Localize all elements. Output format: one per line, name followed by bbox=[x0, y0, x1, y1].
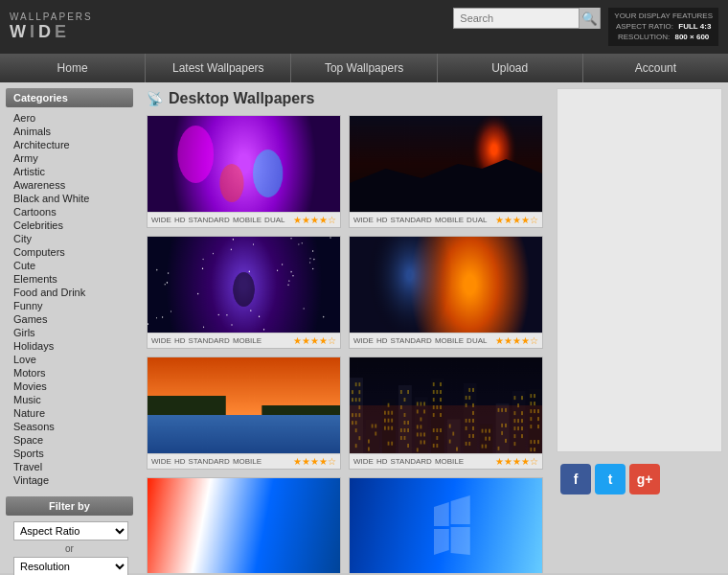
wallpaper-resolution-link[interactable]: HD bbox=[174, 216, 186, 224]
sidebar-link[interactable]: Army bbox=[6, 151, 133, 165]
search-button[interactable]: 🔍 bbox=[579, 8, 600, 29]
sidebar-link[interactable]: Seasons bbox=[6, 420, 133, 433]
filter-section: Filter by Aspect Ratio or Resolution bbox=[6, 496, 133, 575]
sidebar-link[interactable]: Love bbox=[6, 353, 133, 366]
wallpaper-resolution-link[interactable]: WIDE bbox=[151, 336, 171, 345]
facebook-icon[interactable]: f bbox=[560, 464, 591, 494]
wallpaper-stars: ★★★★☆ bbox=[293, 456, 336, 467]
content: 📡 Desktop Wallpapers WIDEHDSTANDARDMOBIL… bbox=[139, 82, 551, 573]
wallpaper-resolution-link[interactable]: MOBILE bbox=[435, 216, 464, 224]
header: WALLPAPERS WIDE 🔍 YOUR DISPLAY FEATURES … bbox=[0, 0, 728, 54]
aspect-ratio-select[interactable]: Aspect Ratio bbox=[13, 521, 128, 540]
wallpaper-resolution-link[interactable]: WIDE bbox=[151, 216, 171, 224]
wallpaper-resolution-link[interactable]: STANDARD bbox=[188, 457, 229, 466]
wallpaper-thumb[interactable] bbox=[148, 478, 340, 573]
resolution-label: RESOLUTION: bbox=[618, 33, 670, 41]
wallpaper-resolution-link[interactable]: MOBILE bbox=[233, 457, 262, 466]
main: Categories AeroAnimalsArchitectureArmyAr… bbox=[0, 82, 728, 573]
wallpaper-item: WIDEHDSTANDARDMOBILEDUAL★★★★☆ bbox=[349, 236, 543, 349]
wallpaper-thumb[interactable] bbox=[148, 116, 340, 212]
sidebar-link[interactable]: Aero bbox=[6, 111, 133, 125]
wallpaper-resolution-link[interactable]: HD bbox=[376, 216, 388, 224]
wallpaper-stars: ★★★★☆ bbox=[293, 215, 336, 225]
sidebar-link[interactable]: Games bbox=[6, 312, 133, 326]
sidebar-link[interactable]: Awareness bbox=[6, 178, 133, 192]
wallpaper-resolution-link[interactable]: STANDARD bbox=[390, 457, 431, 466]
googleplus-icon[interactable]: g+ bbox=[629, 464, 660, 494]
header-right: 🔍 YOUR DISPLAY FEATURES ASPECT RATIO: FU… bbox=[453, 8, 718, 46]
wallpaper-resolution-link[interactable]: DUAL bbox=[466, 336, 487, 345]
sidebar-link[interactable]: Sports bbox=[6, 447, 133, 460]
wallpaper-footer: WIDEHDSTANDARDMOBILEDUAL★★★★☆ bbox=[350, 212, 542, 227]
wallpaper-resolution-link[interactable]: WIDE bbox=[353, 336, 374, 345]
wallpaper-resolution-link[interactable]: DUAL bbox=[264, 216, 284, 224]
nav-home[interactable]: Home bbox=[0, 54, 146, 82]
sidebar-link[interactable]: Travel bbox=[6, 460, 133, 473]
wallpaper-footer: WIDEHDSTANDARDMOBILEDUAL★★★★☆ bbox=[350, 333, 542, 348]
sidebar-link[interactable]: Architecture bbox=[6, 138, 133, 151]
rss-icon: 📡 bbox=[147, 91, 163, 106]
sidebar-link[interactable]: City bbox=[6, 232, 133, 245]
sidebar-link[interactable]: Black and White bbox=[6, 192, 133, 205]
sidebar-link[interactable]: Girls bbox=[6, 326, 133, 339]
wallpaper-resolution-link[interactable]: WIDE bbox=[353, 216, 374, 224]
wallpaper-thumb[interactable] bbox=[350, 237, 542, 333]
sidebar-link[interactable]: Movies bbox=[6, 380, 133, 393]
nav-upload[interactable]: Upload bbox=[438, 54, 583, 82]
nav-latest[interactable]: Latest Wallpapers bbox=[146, 54, 291, 82]
sidebar-link[interactable]: Food and Drink bbox=[6, 286, 133, 299]
wallpaper-thumb[interactable] bbox=[350, 478, 542, 573]
wallpaper-links: WIDEHDSTANDARDMOBILE bbox=[151, 336, 262, 345]
display-label1: YOUR DISPLAY FEATURES bbox=[614, 11, 713, 21]
wallpaper-resolution-link[interactable]: STANDARD bbox=[390, 336, 431, 345]
sidebar-link[interactable]: Vintage bbox=[6, 473, 133, 487]
sidebar-link[interactable]: Cartoons bbox=[6, 205, 133, 218]
search-input[interactable] bbox=[454, 11, 579, 26]
wallpaper-resolution-link[interactable]: WIDE bbox=[353, 457, 374, 466]
wallpaper-resolution-link[interactable]: STANDARD bbox=[188, 336, 229, 345]
wallpaper-links: WIDEHDSTANDARDMOBILEDUAL bbox=[353, 216, 487, 224]
sidebar-link[interactable]: Elements bbox=[6, 272, 133, 286]
sidebar-link[interactable]: Artistic bbox=[6, 165, 133, 178]
sidebar-link[interactable]: Nature bbox=[6, 406, 133, 420]
sidebar-link[interactable]: Motors bbox=[6, 366, 133, 380]
wallpaper-resolution-link[interactable]: MOBILE bbox=[435, 457, 464, 466]
sidebar-link[interactable]: Music bbox=[6, 393, 133, 406]
aspect-ratio-row: ASPECT RATIO: FULL 4:3 bbox=[614, 21, 713, 32]
sidebar-categories-label: Categories bbox=[6, 88, 133, 107]
nav-top[interactable]: Top Wallpapers bbox=[291, 54, 437, 82]
wallpaper-resolution-link[interactable]: HD bbox=[376, 457, 388, 466]
sidebar-link[interactable]: Space bbox=[6, 433, 133, 447]
wallpaper-thumb[interactable] bbox=[148, 237, 340, 333]
aspect-value: FULL 4:3 bbox=[678, 22, 711, 31]
wallpaper-resolution-link[interactable]: WIDE bbox=[151, 457, 171, 466]
wallpaper-canvas bbox=[350, 478, 542, 573]
wallpaper-thumb[interactable] bbox=[350, 116, 542, 212]
wallpaper-thumb[interactable] bbox=[350, 357, 542, 453]
wallpaper-resolution-link[interactable]: MOBILE bbox=[233, 336, 262, 345]
sidebar-link[interactable]: Computers bbox=[6, 245, 133, 259]
search-box: 🔍 bbox=[453, 8, 601, 29]
wallpaper-resolution-link[interactable]: MOBILE bbox=[233, 216, 262, 224]
sidebar-link[interactable]: Celebrities bbox=[6, 218, 133, 232]
right-ad-box bbox=[557, 88, 722, 452]
nav-account[interactable]: Account bbox=[583, 54, 728, 82]
wallpaper-resolution-link[interactable]: MOBILE bbox=[435, 336, 464, 345]
wallpaper-canvas bbox=[350, 116, 542, 212]
sidebar-link[interactable]: Funny bbox=[6, 299, 133, 312]
wallpaper-resolution-link[interactable]: STANDARD bbox=[390, 216, 431, 224]
wallpaper-resolution-link[interactable]: HD bbox=[376, 336, 388, 345]
wallpaper-stars: ★★★★☆ bbox=[293, 335, 336, 346]
sidebar-link[interactable]: Holidays bbox=[6, 339, 133, 353]
logo-area: WALLPAPERS WIDE bbox=[10, 12, 93, 42]
wallpaper-resolution-link[interactable]: HD bbox=[174, 457, 186, 466]
wallpaper-resolution-link[interactable]: STANDARD bbox=[188, 216, 229, 224]
wallpaper-resolution-link[interactable]: HD bbox=[174, 336, 186, 345]
sidebar-link[interactable]: Animals bbox=[6, 125, 133, 138]
wallpaper-resolution-link[interactable]: DUAL bbox=[466, 216, 487, 224]
sidebar-link[interactable]: Cute bbox=[6, 259, 133, 272]
resolution-select[interactable]: Resolution bbox=[13, 557, 128, 575]
twitter-icon[interactable]: t bbox=[595, 464, 626, 494]
aspect-label: ASPECT RATIO: bbox=[616, 22, 673, 31]
wallpaper-thumb[interactable] bbox=[148, 357, 340, 453]
